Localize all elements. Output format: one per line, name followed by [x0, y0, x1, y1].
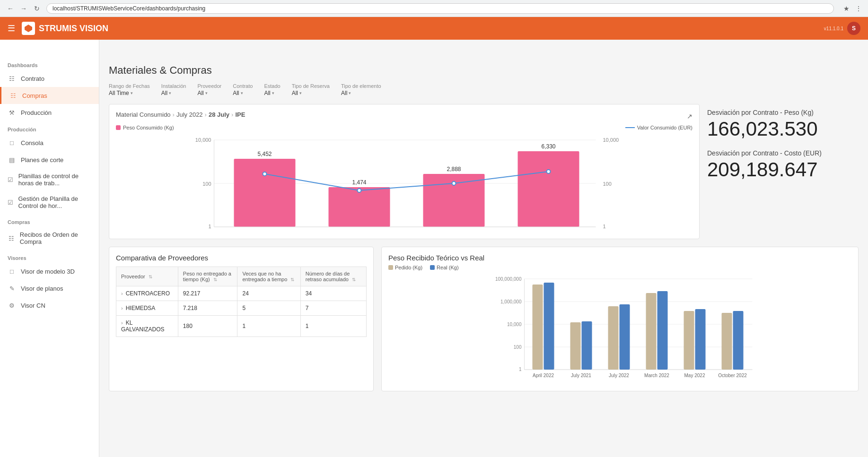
filter-value-rango[interactable]: All Time ▾ — [109, 90, 150, 96]
cell-dias-1: 34 — [300, 286, 366, 301]
filter-value-tipo-reserva[interactable]: All ▾ — [292, 90, 330, 96]
sidebar-item-visor-planos[interactable]: ✎ Visor de planos — [0, 280, 99, 297]
stats-panel: Desviación por Contrato - Peso (Kg) 166,… — [707, 104, 859, 239]
user-avatar[interactable]: S — [847, 22, 860, 35]
peso-chart-card: Peso Recibido Teórico vs Real Pedido (Kg… — [381, 247, 859, 391]
filter-tipo-reserva: Tipo de Reserva All ▾ — [292, 83, 330, 96]
sidebar-label-gestion: Gestión de Planilla de Control de hor... — [18, 195, 92, 209]
bottom-section: Comparativa de Proveedores Proveedor ⇅ P… — [109, 247, 859, 391]
stat-value-peso: 166,023.530 — [707, 118, 859, 140]
trend-dot-1 — [263, 172, 267, 176]
list-icon: ☷ — [9, 91, 18, 100]
table-row-hiemedsa[interactable]: ›HIEMEDSA 7.218 5 7 — [116, 301, 367, 316]
filter-rango: Rango de Fechas All Time ▾ — [109, 83, 150, 96]
cell-name-2: ›HIEMEDSA — [116, 301, 178, 316]
sidebar-section-compras: Compras — [0, 214, 99, 227]
breadcrumb-july2022[interactable]: July 2022 — [176, 111, 203, 118]
sidebar-section-visores: Visores — [0, 250, 99, 263]
grid-icon: ☷ — [8, 74, 16, 83]
col-proveedor[interactable]: Proveedor ⇅ — [116, 267, 178, 286]
filter-value-contrato[interactable]: All ▾ — [233, 90, 253, 96]
sidebar-item-compras[interactable]: ☷ Compras — [0, 87, 99, 104]
cell-dias-2: 7 — [300, 301, 366, 316]
sidebar-item-visor-cn[interactable]: ⚙ Visor CN — [0, 297, 99, 314]
svg-text:March 2022: March 2022 — [644, 373, 669, 378]
bar-apr22-pedido — [533, 285, 543, 370]
breadcrumb-ipe[interactable]: IPE — [235, 111, 245, 118]
main-chart-card: Material Consumido › July 2022 › 28 July… — [109, 104, 700, 239]
breadcrumb-material[interactable]: Material Consumido — [116, 111, 171, 118]
address-bar[interactable]: localhost/STRUMISWebServiceCore/dashboar… — [46, 3, 834, 14]
bar-chart-svg: 10,000 100 1 5,452 1,474 — [116, 136, 693, 231]
col-veces[interactable]: Veces que no ha entregado a tiempo ⇅ — [237, 267, 300, 286]
sidebar-label-recibos: Recibos de Orden de Compra — [20, 231, 91, 245]
refresh-button[interactable]: ↻ — [31, 3, 43, 14]
sidebar-item-recibos[interactable]: ☷ Recibos de Orden de Compra — [0, 227, 99, 250]
trend-dot-4 — [547, 170, 551, 173]
sidebar-label-visor-planos: Visor de planos — [21, 285, 63, 292]
hamburger-button[interactable]: ☰ — [8, 23, 15, 34]
expand-icon-1[interactable]: › — [121, 291, 123, 296]
menu-icon[interactable]: ⋮ — [854, 4, 863, 13]
sidebar-label-contrato: Contrato — [21, 75, 44, 82]
sidebar-item-consola[interactable]: □ Consola — [0, 134, 99, 151]
expand-icon-3[interactable]: › — [121, 320, 123, 326]
cell-name-1: ›CENTROACERO — [116, 286, 178, 301]
expand-icon-2[interactable]: › — [121, 305, 123, 311]
bar-apr22-real — [544, 283, 554, 370]
svg-text:100: 100 — [202, 181, 211, 187]
legend-line-valor — [625, 127, 635, 128]
sidebar-item-gestion[interactable]: ☑ Gestión de Planilla de Control de hor.… — [0, 191, 99, 214]
browser-bar: ← → ↻ localhost/STRUMISWebServiceCore/da… — [0, 0, 868, 17]
sidebar-item-planillas[interactable]: ☑ Planillas de control de horas de trab.… — [0, 168, 99, 191]
chart-breadcrumb: Material Consumido › July 2022 › 28 July… — [116, 111, 245, 118]
filter-value-proveedor[interactable]: All ▾ — [197, 90, 221, 96]
cell-veces-1: 24 — [237, 286, 300, 301]
table-row-klgalvanizados[interactable]: ›KL GALVANIZADOS 180 1 1 — [116, 316, 367, 337]
peso-chart-title: Peso Recibido Teórico vs Real — [388, 254, 851, 262]
bar-oct22-pedido — [722, 313, 732, 370]
top-nav-right: v11.1.0.1 S — [824, 22, 860, 35]
trend-dot-3 — [452, 181, 456, 185]
svg-marker-0 — [25, 25, 32, 32]
stat-peso: Desviación por Contrato - Peso (Kg) 166,… — [707, 109, 859, 140]
sidebar-label-produccion-nav: Producción — [21, 109, 52, 116]
table-row-centroacero[interactable]: ›CENTROACERO 92.217 24 34 — [116, 286, 367, 301]
svg-text:October 2022: October 2022 — [718, 373, 747, 378]
sidebar-item-produccion-nav[interactable]: ⚒ Producción — [0, 104, 99, 121]
filter-value-estado[interactable]: All ▾ — [264, 90, 280, 96]
sidebar-label-visor-cn: Visor CN — [21, 302, 45, 309]
svg-text:July 2021: July 2021 — [571, 373, 591, 378]
top-nav: ☰ STRUMIS VISION v11.1.0.1 S — [0, 17, 868, 40]
cell-name-3: ›KL GALVANIZADOS — [116, 316, 178, 337]
forward-button[interactable]: → — [18, 3, 29, 14]
breadcrumb-28july[interactable]: 28 July — [209, 111, 229, 118]
legend-color-pedido — [388, 265, 393, 270]
filter-label-estado: Estado — [264, 83, 280, 89]
filter-value-instalacion[interactable]: All ▾ — [161, 90, 186, 96]
legend-label-valor: Valor Consumido (EUR) — [637, 125, 693, 130]
page-title: Materiales & Compras — [109, 64, 859, 77]
bookmark-icon[interactable]: ★ — [842, 4, 851, 13]
sidebar-label-planes: Planes de corte — [21, 156, 63, 164]
back-button[interactable]: ← — [5, 3, 16, 14]
col-peso[interactable]: Peso no entregado a tiempo (Kg) ⇅ — [178, 267, 237, 286]
svg-text:May 2022: May 2022 — [684, 373, 705, 378]
stat-value-costo: 209,189.647 — [707, 159, 859, 181]
bar-jul22-real — [620, 304, 630, 370]
expand-icon[interactable]: ↗ — [687, 112, 693, 120]
sidebar-item-visor3d[interactable]: □ Visor de modelo 3D — [0, 263, 99, 280]
filter-value-tipo-elemento[interactable]: All ▾ — [341, 90, 381, 96]
sidebar-item-contrato[interactable]: ☷ Contrato — [0, 70, 99, 87]
bar-ipe240[interactable] — [329, 187, 390, 227]
bar-ipe300[interactable] — [518, 151, 579, 227]
bar-mar22-real — [658, 291, 668, 370]
sidebar-item-planes[interactable]: ▤ Planes de corte — [0, 151, 99, 168]
col-dias[interactable]: Número de días de retraso acumulado ⇅ — [300, 267, 366, 286]
svg-text:100: 100 — [514, 345, 522, 350]
browser-nav-buttons[interactable]: ← → ↻ — [5, 3, 43, 14]
cell-peso-2: 7.218 — [178, 301, 237, 316]
bar-ipe180[interactable] — [234, 159, 296, 227]
filter-label-tipo-reserva: Tipo de Reserva — [292, 83, 330, 89]
bar-may22-pedido — [684, 311, 694, 370]
